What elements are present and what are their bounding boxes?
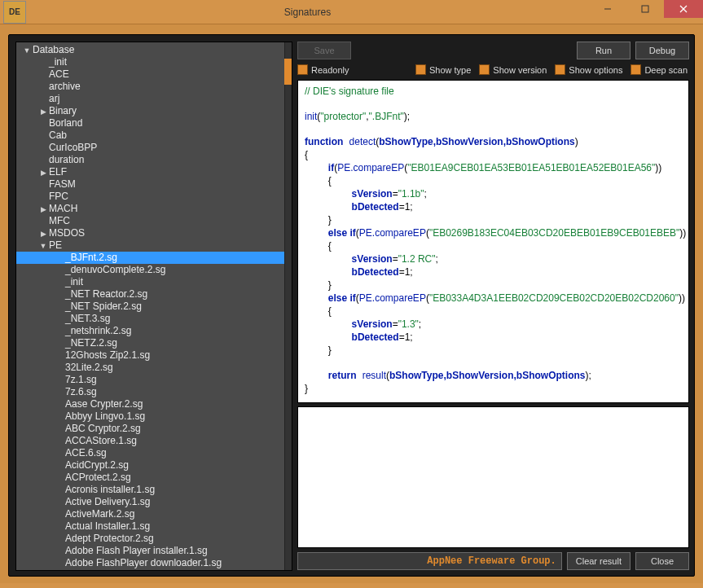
tree-item[interactable]: _BJFnt.2.sg xyxy=(16,252,284,264)
tree-item[interactable]: AcidCrypt.2.sg xyxy=(16,459,284,472)
show-options-checkbox[interactable]: Show options xyxy=(555,64,622,75)
tree-item-label: Borland xyxy=(47,117,82,129)
tree-item-label: ACCAStore.1.sg xyxy=(64,435,137,446)
tree-item[interactable]: ▶MSDOS xyxy=(16,227,284,239)
run-button[interactable]: Run xyxy=(577,42,631,59)
tree-item[interactable]: ▶MACH xyxy=(16,203,284,215)
tree-item[interactable]: ACProtect.2.sg xyxy=(16,472,284,484)
tree-item-label: Cab xyxy=(47,129,67,141)
tree-item-label: Adobe FlashPlayer downloader.1.sg xyxy=(64,557,222,568)
tree-item[interactable]: FASM xyxy=(16,178,284,191)
tree-item-label: 12Ghosts Zip2.1.sg xyxy=(64,349,150,361)
tree-item[interactable]: arj xyxy=(16,93,284,105)
maximize-button[interactable] xyxy=(626,0,664,18)
code-editor[interactable]: // DIE's signature file init("protector"… xyxy=(297,80,689,403)
svg-rect-1 xyxy=(642,6,648,12)
minimize-button[interactable] xyxy=(589,0,626,18)
tree-item[interactable]: duration xyxy=(16,154,284,166)
tree-item-label: PE xyxy=(47,239,62,251)
tree-item[interactable]: _NET Spider.2.sg xyxy=(16,301,284,313)
show-version-checkbox[interactable]: Show version xyxy=(479,64,547,75)
checkbox-icon xyxy=(479,64,490,75)
scrollbar-thumb[interactable] xyxy=(284,59,292,85)
tree-item[interactable]: 7z.6.sg xyxy=(16,386,284,398)
debug-button[interactable]: Debug xyxy=(635,42,689,59)
tree-item[interactable]: _NET Reactor.2.sg xyxy=(16,288,284,301)
tree-item[interactable]: _init xyxy=(16,56,284,68)
checkbox-label: Readonly xyxy=(311,65,349,75)
window-title: Signatures xyxy=(26,7,589,18)
tree-item-label: AcidCrypt.2.sg xyxy=(64,459,129,471)
tree-item[interactable]: Actual Installer.1.sg xyxy=(16,520,284,533)
tree-item-label: ACE xyxy=(47,68,69,80)
app-icon: DE xyxy=(3,1,26,24)
tree-item-label: MFC xyxy=(47,215,70,226)
tree-item-label: ELF xyxy=(47,166,67,178)
tree-item-label: Abbyy Lingvo.1.sg xyxy=(64,410,145,422)
tree-item[interactable]: Adobe Flash Player installer.1.sg xyxy=(16,545,284,557)
show-type-checkbox[interactable]: Show type xyxy=(415,64,471,75)
titlebar: DE Signatures xyxy=(0,0,703,24)
tree-item[interactable]: ACCAStore.1.sg xyxy=(16,435,284,447)
tree-item[interactable]: ▶ELF xyxy=(16,166,284,178)
tree-item[interactable]: _NETZ.2.sg xyxy=(16,337,284,349)
deep-scan-checkbox[interactable]: Deep scan xyxy=(631,64,688,75)
tree-item[interactable]: FPC xyxy=(16,191,284,203)
tree-item[interactable]: 12Ghosts Zip2.1.sg xyxy=(16,349,284,362)
tree-item-label: _init xyxy=(64,276,83,287)
chevron-right-icon[interactable]: ▶ xyxy=(39,204,47,216)
tree-item-label: _BJFnt.2.sg xyxy=(64,252,117,263)
tree-item[interactable]: Abbyy Lingvo.1.sg xyxy=(16,410,284,423)
tree-item-label: ActiveMark.2.sg xyxy=(64,508,134,520)
tree-item[interactable]: _init xyxy=(16,276,284,288)
chevron-right-icon[interactable]: ▶ xyxy=(39,167,47,179)
tree-item-label: Database xyxy=(31,44,74,55)
tree-item[interactable]: 7z.1.sg xyxy=(16,374,284,386)
tree-item-label: MSDOS xyxy=(47,227,85,239)
tree-item[interactable]: ABC Cryptor.2.sg xyxy=(16,423,284,435)
tree-item[interactable]: _denuvoComplete.2.sg xyxy=(16,264,284,276)
tree-item[interactable]: _NET.3.sg xyxy=(16,313,284,325)
checkbox-icon xyxy=(297,64,308,75)
tree-scrollbar[interactable] xyxy=(284,42,292,570)
tree-panel: ▼Database_initACEarchivearj▶BinaryBorlan… xyxy=(15,42,292,571)
tree-item[interactable]: _netshrink.2.sg xyxy=(16,325,284,337)
tree-item-label: MACH xyxy=(47,203,77,214)
watermark-text: AppNee Freeware Group. xyxy=(427,555,556,567)
tree-item-label: _denuvoComplete.2.sg xyxy=(64,264,165,275)
tree-item[interactable]: Aase Crypter.2.sg xyxy=(16,398,284,410)
tree-item[interactable]: ▶Binary xyxy=(16,105,284,117)
tree-item[interactable]: Acronis installer.1.sg xyxy=(16,484,284,496)
checkbox-icon xyxy=(631,64,641,75)
tree-item-label: ACE.6.sg xyxy=(64,447,107,459)
clear-result-button[interactable]: Clear result xyxy=(567,552,631,570)
tree-item[interactable]: ACE.6.sg xyxy=(16,447,284,459)
tree-item-label: 32Lite.2.sg xyxy=(64,362,113,373)
chevron-right-icon[interactable]: ▶ xyxy=(39,228,47,240)
tree-item[interactable]: ActiveMark.2.sg xyxy=(16,508,284,520)
tree-item[interactable]: ▼Database xyxy=(16,44,284,56)
tree-item-label: 7z.6.sg xyxy=(64,386,97,397)
tree-item-label: duration xyxy=(47,154,84,165)
tree-item[interactable]: MFC xyxy=(16,215,284,227)
chevron-down-icon[interactable]: ▼ xyxy=(23,45,31,57)
close-button[interactable]: Close xyxy=(635,552,689,570)
tree-item[interactable]: 32Lite.2.sg xyxy=(16,362,284,374)
output-panel[interactable] xyxy=(297,406,689,548)
tree-item[interactable]: CurIcoBPP xyxy=(16,142,284,154)
tree-item[interactable]: ACE xyxy=(16,68,284,81)
tree-item[interactable]: Cab xyxy=(16,129,284,142)
tree-item-label: _netshrink.2.sg xyxy=(64,325,131,336)
tree-item-label: CurIcoBPP xyxy=(47,142,97,153)
tree-item[interactable]: Adobe FlashPlayer downloader.1.sg xyxy=(16,557,284,569)
tree-item[interactable]: Active Delivery.1.sg xyxy=(16,496,284,508)
close-window-button[interactable] xyxy=(664,0,703,18)
readonly-checkbox[interactable]: Readonly xyxy=(297,64,349,75)
chevron-down-icon[interactable]: ▼ xyxy=(39,240,47,252)
tree-item[interactable]: ▼PE xyxy=(16,239,284,252)
save-button: Save xyxy=(297,42,351,59)
chevron-right-icon[interactable]: ▶ xyxy=(39,106,47,118)
tree-item[interactable]: Adept Protector.2.sg xyxy=(16,533,284,545)
tree-item[interactable]: Borland xyxy=(16,117,284,129)
tree-item[interactable]: archive xyxy=(16,81,284,93)
